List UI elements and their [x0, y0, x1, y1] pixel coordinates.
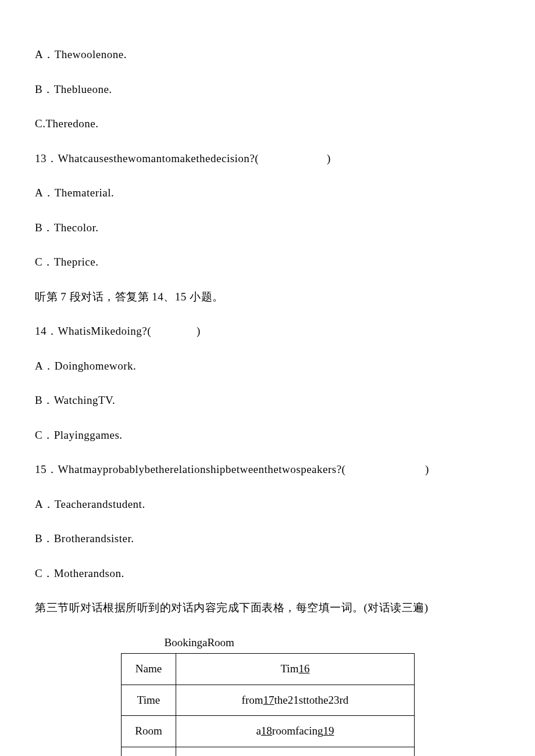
- q15-option-a: A．Teacherandstudent.: [35, 496, 500, 513]
- q14-option-b: B．WatchingTV.: [35, 392, 500, 409]
- time-suffix: the21sttothe23rd: [274, 694, 349, 706]
- name-value: Tim16: [176, 654, 414, 685]
- room-mid: roomfacing: [272, 725, 323, 737]
- table-row: Name Tim16: [121, 654, 414, 685]
- price-value: 20yuanintotal: [176, 747, 414, 756]
- q12-option-c: C.Theredone.: [35, 116, 500, 132]
- table-row: Room a18roomfacing19: [121, 716, 414, 747]
- table-title: BookingaRoom: [121, 635, 415, 651]
- time-prefix: from: [242, 694, 263, 706]
- q13-option-b: B．Thecolor.: [35, 220, 500, 237]
- section3-instruction: 第三节听对话根据所听到的对话内容完成下面表格，每空填一词。(对话读三遍): [35, 600, 500, 617]
- name-label: Name: [121, 654, 176, 685]
- blank-17[interactable]: 17: [263, 694, 274, 706]
- blank-18[interactable]: 18: [261, 725, 272, 737]
- room-value: a18roomfacing19: [176, 716, 414, 747]
- booking-table-container: BookingaRoom Name Tim16 Time from17the21…: [35, 635, 500, 757]
- q14-prompt: 14．WhatisMikedoing?( ): [35, 323, 500, 340]
- time-value: from17the21sttothe23rd: [176, 685, 414, 716]
- instruction-dialogue-7: 听第 7 段对话，答复第 14、15 小题。: [35, 289, 500, 306]
- q13-prompt: 13．Whatcausesthewomantomakethedecision?(…: [35, 151, 500, 167]
- q12-option-b: B．Theblueone.: [35, 81, 500, 98]
- blank-16[interactable]: 16: [298, 662, 309, 675]
- q13-option-a: A．Thematerial.: [35, 185, 500, 202]
- blank-19[interactable]: 19: [323, 725, 334, 737]
- q15-prompt: 15．Whatmayprobablybetherelationshipbetwe…: [35, 461, 500, 478]
- table-row: Price 20yuanintotal: [121, 747, 414, 756]
- q12-option-a: A．Thewoolenone.: [35, 46, 500, 63]
- name-prefix: Tim: [280, 662, 298, 675]
- q14-option-c: C．Playinggames.: [35, 427, 500, 444]
- price-label: Price: [121, 747, 176, 756]
- table-row: Time from17the21sttothe23rd: [121, 685, 414, 716]
- room-label: Room: [121, 716, 176, 747]
- q15-option-c: C．Motherandson.: [35, 565, 500, 582]
- q13-option-c: C．Theprice.: [35, 254, 500, 271]
- q14-option-a: A．Doinghomework.: [35, 358, 500, 375]
- time-label: Time: [121, 685, 176, 716]
- q15-option-b: B．Brotherandsister.: [35, 531, 500, 547]
- booking-table: Name Tim16 Time from17the21sttothe23rd R…: [121, 653, 415, 756]
- room-prefix: a: [256, 725, 261, 737]
